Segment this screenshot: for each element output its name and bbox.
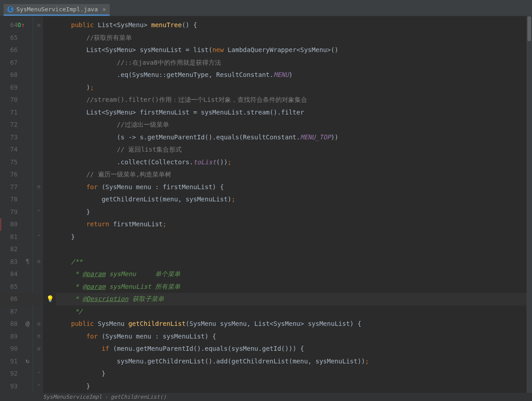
breadcrumb-class[interactable]: SysMenuServiceImpl: [43, 394, 102, 400]
gutter-line[interactable]: 90⊟: [0, 343, 43, 355]
gutter-line[interactable]: 77⊟: [0, 181, 43, 194]
gutter-line[interactable]: 76: [0, 168, 43, 181]
gutter-line[interactable]: 73: [0, 131, 43, 144]
code-line[interactable]: //stream().filter()作用：过滤一个List对象，查找符合条件的…: [56, 94, 532, 106]
fold-icon[interactable]: ⌃: [37, 380, 40, 393]
gutter-line[interactable]: 79⌃: [0, 206, 43, 219]
annotation-icon[interactable]: @: [26, 318, 29, 330]
code-line[interactable]: public List<SysMenu> menuTree() {: [56, 19, 532, 32]
gutter-line[interactable]: 92⌃: [0, 368, 43, 380]
gutter-line[interactable]: 85: [0, 281, 43, 293]
error-stripe: [0, 218, 1, 231]
code-line[interactable]: (s -> s.getMenuParentId().equals(ResultC…: [56, 131, 532, 144]
code-line[interactable]: // 返回list集合形式: [56, 143, 532, 156]
gutter-line[interactable]: 74: [0, 143, 43, 156]
gutter-line[interactable]: 81⌃: [0, 231, 43, 243]
code-line[interactable]: //::在java8中的作用就是获得方法: [56, 57, 532, 69]
code-line[interactable]: List<SysMenu> firstMenuList = sysMenuLis…: [56, 106, 532, 119]
code-line[interactable]: List<SysMenu> sysMenuList = list(new Lam…: [56, 44, 532, 57]
tab-title: SysMenuServiceImpl.java: [16, 6, 98, 13]
gutter-line[interactable]: 70: [0, 94, 43, 106]
code-line[interactable]: //过滤出一级菜单: [56, 119, 532, 131]
paragraph-icon: ¶: [26, 256, 29, 268]
gutter-line[interactable]: 80: [0, 218, 43, 231]
override-icon[interactable]: O↑: [17, 19, 25, 32]
breadcrumbs[interactable]: SysMenuServiceImpl › getChildrenList(): [0, 393, 532, 401]
gutter-line[interactable]: 84: [0, 268, 43, 281]
fold-icon[interactable]: ⌃: [37, 206, 40, 219]
fold-icon[interactable]: ⌃: [37, 368, 40, 380]
gutter-line[interactable]: 83⊟¶: [0, 256, 43, 268]
java-class-icon: C: [7, 6, 14, 13]
code-line[interactable]: sysMenu.getChildrenList().add(getChildre…: [56, 355, 532, 368]
fold-icon[interactable]: ⊟: [37, 343, 40, 355]
code-line[interactable]: .eq(SysMenu::getMenuType, ResultConstant…: [56, 69, 532, 81]
gutter-line[interactable]: 72: [0, 119, 43, 131]
recursive-call-icon[interactable]: ↻: [26, 355, 29, 368]
code-line[interactable]: getChildrenList(menu, sysMenuList);: [56, 193, 532, 206]
fold-icon[interactable]: ⊟: [37, 318, 40, 330]
file-tab-active[interactable]: C SysMenuServiceImpl.java ×: [4, 4, 110, 16]
code-line[interactable]: }: [56, 231, 532, 243]
fold-icon[interactable]: ⌃: [37, 231, 40, 243]
gutter-line[interactable]: 86💡: [0, 293, 43, 306]
fold-icon[interactable]: ⊟: [37, 181, 40, 194]
code-line[interactable]: public SysMenu getChildrenList(SysMenu s…: [56, 318, 532, 330]
gutter-line[interactable]: 82: [0, 243, 43, 256]
close-icon[interactable]: ×: [102, 6, 106, 13]
gutter-line[interactable]: 66: [0, 44, 43, 57]
editor-area[interactable]: 64⊟O↑65666768697071727374757677⊟7879⌃808…: [0, 16, 532, 393]
code-line[interactable]: /**: [56, 256, 532, 268]
gutter-line[interactable]: 91↻: [0, 355, 43, 368]
code-line[interactable]: * @param sysMenuList 所有菜单: [56, 281, 532, 293]
gutter-line[interactable]: 65: [0, 32, 43, 44]
code-line[interactable]: .collect(Collectors.toList());: [56, 156, 532, 169]
gutter[interactable]: 64⊟O↑65666768697071727374757677⊟7879⌃808…: [0, 16, 43, 393]
gutter-line[interactable]: 89⊟: [0, 330, 43, 343]
code-line[interactable]: }: [56, 380, 532, 393]
gutter-line[interactable]: 93⌃: [0, 380, 43, 393]
scrollbar-thumb[interactable]: [527, 16, 531, 41]
code-line[interactable]: }: [56, 206, 532, 219]
gutter-line[interactable]: 71: [0, 106, 43, 119]
fold-icon[interactable]: ⊟: [37, 256, 40, 268]
code-line[interactable]: //获取所有菜单: [56, 32, 532, 44]
code-line[interactable]: }: [56, 368, 532, 380]
gutter-line[interactable]: 88⊟@: [0, 318, 43, 330]
code-line[interactable]: */: [56, 306, 532, 318]
code-line[interactable]: for (SysMenu menu : sysMenuList) {: [56, 330, 532, 343]
fold-icon[interactable]: ⊟: [37, 330, 40, 343]
code-line[interactable]: * @Description 获取子菜单: [56, 293, 532, 306]
gutter-line[interactable]: 78: [0, 193, 43, 206]
gutter-line[interactable]: 87: [0, 306, 43, 318]
code-line[interactable]: for (SysMenu menu : firstMenuList) {: [56, 181, 532, 194]
code-area[interactable]: public List<SysMenu> menuTree() { //获取所有…: [43, 16, 532, 393]
fold-icon[interactable]: ⊟: [37, 19, 40, 32]
code-line[interactable]: return firstMenuList;: [56, 218, 532, 231]
code-line[interactable]: [56, 243, 532, 256]
gutter-line[interactable]: 67: [0, 57, 43, 69]
gutter-line[interactable]: 64⊟O↑: [0, 19, 43, 32]
code-line[interactable]: if (menu.getMenuParentId().equals(sysMen…: [56, 343, 532, 355]
gutter-line[interactable]: 75: [0, 156, 43, 169]
vertical-scrollbar[interactable]: [527, 16, 532, 393]
gutter-line[interactable]: 69: [0, 81, 43, 94]
editor-tabs-bar: C SysMenuServiceImpl.java ×: [0, 0, 532, 16]
code-line[interactable]: // 遍历一级菜单,构造菜单树: [56, 168, 532, 181]
gutter-line[interactable]: 68: [0, 69, 43, 81]
code-line[interactable]: );: [56, 81, 532, 94]
code-line[interactable]: * @param sysMenu 单个菜单: [56, 268, 532, 281]
breadcrumb-method[interactable]: getChildrenList(): [111, 394, 166, 400]
chevron-right-icon: ›: [105, 394, 108, 400]
